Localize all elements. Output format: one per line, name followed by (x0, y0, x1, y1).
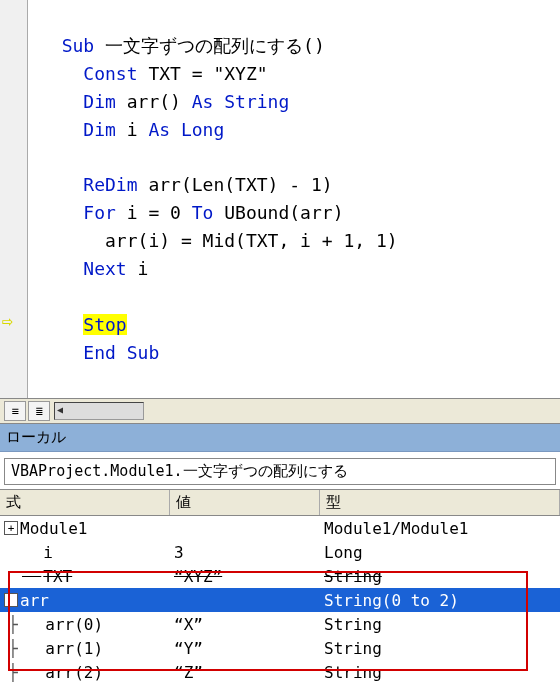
keyword-redim: ReDim (83, 174, 137, 195)
code-line: Stop (40, 314, 127, 335)
keyword-dim: Dim (83, 91, 116, 112)
code-line: arr(i) = Mid(TXT, i + 1, 1) (40, 230, 398, 251)
locals-type-cell: String(0 to 2) (320, 591, 560, 610)
locals-value-cell: “Z” (170, 663, 320, 682)
locals-row[interactable]: ├ arr(1)“Y”String (0, 636, 560, 660)
keyword-end-sub: End Sub (83, 342, 159, 363)
locals-row[interactable]: ├ arr(2)“Z”String (0, 660, 560, 684)
header-type[interactable]: 型 (320, 490, 560, 515)
execution-pointer-icon: ⇨ (2, 307, 13, 335)
code-line: Sub 一文字ずつの配列にする() (40, 35, 325, 56)
locals-row[interactable]: −arrString(0 to 2) (0, 588, 560, 612)
locals-expression-cell: i (0, 543, 170, 562)
locals-expression-cell: TXT (0, 567, 170, 586)
var-name: arr (20, 591, 49, 610)
locals-value-cell: “Y” (170, 639, 320, 658)
locals-type-cell: Long (320, 543, 560, 562)
keyword-dim: Dim (83, 119, 116, 140)
locals-body: +Module1Module1/Module1 i3Long TXT“XYZ”S… (0, 516, 560, 684)
locals-row[interactable]: +Module1Module1/Module1 (0, 516, 560, 540)
tree-branch-icon: ├ (4, 615, 22, 634)
code-lines: Sub 一文字ずつの配列にする() Const TXT = "XYZ" Dim … (40, 4, 560, 394)
code-line: ReDim arr(Len(TXT) - 1) (40, 174, 333, 195)
loop-body: arr(i) = Mid(TXT, i + 1, 1) (83, 230, 397, 251)
sub-name: 一文字ずつの配列にする() (94, 35, 325, 56)
locals-type-cell: Module1/Module1 (320, 519, 560, 538)
locals-expression-cell: ├ arr(1) (0, 639, 170, 658)
next-var: i (127, 258, 149, 279)
locals-expression-cell: ├ arr(0) (0, 615, 170, 634)
locals-expression-cell: −arr (0, 591, 170, 610)
header-expression[interactable]: 式 (0, 490, 170, 515)
locals-header-row: 式 値 型 (0, 490, 560, 516)
keyword-as-long: As Long (148, 119, 224, 140)
header-value[interactable]: 値 (170, 490, 320, 515)
code-line: Dim i As Long (40, 119, 224, 140)
code-line (40, 286, 51, 307)
expand-icon[interactable]: + (4, 521, 18, 535)
tree-branch-icon: ├ (4, 639, 22, 658)
locals-expression-cell: ├ arr(2) (0, 663, 170, 682)
locals-type-cell: String (320, 615, 560, 634)
view-toolbar: ≡ ≣ (0, 398, 560, 424)
code-line (40, 146, 51, 167)
locals-panel-title: ローカル (0, 424, 560, 452)
locals-type-cell: String (320, 639, 560, 658)
keyword-next: Next (83, 258, 126, 279)
locals-context: VBAProject.Module1.一文字ずつの配列にする (4, 458, 556, 485)
locals-type-cell: String (320, 663, 560, 682)
code-line: End Sub (40, 342, 159, 363)
redim-body: arr(Len(TXT) - 1) (138, 174, 333, 195)
keyword-as-string: As String (192, 91, 290, 112)
var-name: arr(0) (45, 615, 103, 634)
dim-name: arr() (116, 91, 192, 112)
locals-grid: 式 値 型 +Module1Module1/Module1 i3Long TXT… (0, 489, 560, 684)
var-name: Module1 (20, 519, 87, 538)
keyword-to: To (192, 202, 214, 223)
locals-value-cell: 3 (170, 543, 320, 562)
tree-branch-icon: ├ (4, 663, 22, 682)
code-gutter (0, 0, 28, 398)
locals-row[interactable]: TXT“XYZ”String (0, 564, 560, 588)
locals-type-cell: String (320, 567, 560, 586)
horizontal-scrollbar[interactable] (54, 402, 144, 420)
view-button-2[interactable]: ≣ (28, 401, 50, 421)
var-name: i (43, 543, 53, 562)
code-editor[interactable]: ⇨ Sub 一文字ずつの配列にする() Const TXT = "XYZ" Di… (0, 0, 560, 398)
code-line: For i = 0 To UBound(arr) (40, 202, 343, 223)
code-line: Dim arr() As String (40, 91, 289, 112)
dim-name: i (116, 119, 149, 140)
view-button-1[interactable]: ≡ (4, 401, 26, 421)
code-line: Next i (40, 258, 148, 279)
keyword-sub: Sub (62, 35, 95, 56)
const-body: TXT = "XYZ" (138, 63, 268, 84)
keyword-const: Const (83, 63, 137, 84)
var-name: TXT (43, 567, 72, 586)
locals-row[interactable]: i3Long (0, 540, 560, 564)
keyword-stop: Stop (83, 314, 126, 335)
locals-value-cell: “X” (170, 615, 320, 634)
var-name: arr(2) (45, 663, 103, 682)
var-name: arr(1) (45, 639, 103, 658)
keyword-for: For (83, 202, 116, 223)
for-mid: i = 0 (116, 202, 192, 223)
locals-row[interactable]: ├ arr(0)“X”String (0, 612, 560, 636)
locals-expression-cell: +Module1 (0, 519, 170, 538)
code-line: Const TXT = "XYZ" (40, 63, 268, 84)
for-end: UBound(arr) (213, 202, 343, 223)
locals-value-cell: “XYZ” (170, 567, 320, 586)
collapse-icon[interactable]: − (4, 593, 18, 607)
